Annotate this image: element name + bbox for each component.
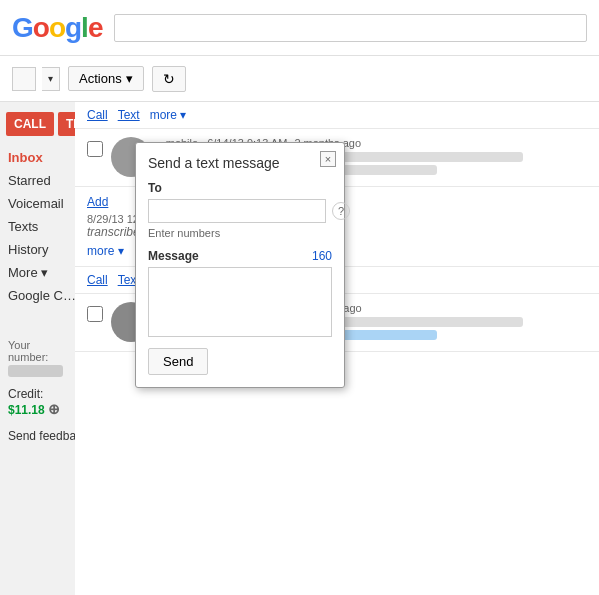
sidebar-item-label: Voicemail (8, 196, 64, 211)
message-label-row: Message 160 (148, 249, 332, 263)
enter-numbers-hint: Enter numbers (148, 227, 332, 239)
call-button[interactable]: CALL (6, 112, 54, 136)
header: Google (0, 0, 599, 56)
sidebar-item-label: History (8, 242, 48, 257)
toolbar-left: ▾ (12, 67, 60, 91)
modal-title: Send a text message (148, 155, 332, 171)
message-textarea[interactable] (148, 267, 332, 337)
actions-arrow-icon: ▾ (126, 71, 133, 86)
toolbar: ▾ Actions ▾ ↻ (0, 56, 599, 102)
send-feedback-link[interactable]: Send feedback (0, 421, 75, 451)
sidebar-item-texts[interactable]: Texts (0, 215, 75, 238)
credit-line: Credit: $11.18 ⊕ (0, 383, 75, 421)
modal-close-button[interactable]: × (320, 151, 336, 167)
select-dropdown-arrow[interactable]: ▾ (42, 67, 60, 91)
to-label: To (148, 181, 332, 195)
refresh-icon: ↻ (163, 71, 175, 87)
message-label: Message (148, 249, 199, 263)
credit-amount: $11.18 (8, 403, 45, 417)
char-count: 160 (312, 249, 332, 263)
sidebar-item-label: Starred (8, 173, 51, 188)
phone-number-value (8, 365, 63, 377)
sidebar-item-label: More ▾ (8, 265, 48, 280)
sidebar-item-starred[interactable]: Starred (0, 169, 75, 192)
help-icon[interactable]: ? (332, 202, 350, 220)
sidebar-item-label: Texts (8, 219, 38, 234)
content-area: Call Text more ▾ - mobile 6/14/13 9:13 A… (75, 102, 599, 595)
add-credit-button[interactable]: ⊕ (48, 401, 60, 417)
refresh-button[interactable]: ↻ (152, 66, 186, 92)
send-button[interactable]: Send (148, 348, 208, 375)
sidebar-item-more[interactable]: More ▾ (0, 261, 75, 284)
sidebar-item-label: Google C… (8, 288, 76, 303)
your-number-label: Your number: (0, 327, 75, 383)
actions-button[interactable]: Actions ▾ (68, 66, 144, 91)
google-logo: Google (12, 12, 102, 44)
sidebar: CALL TEXT Inbox Starred Voicemail Texts … (0, 102, 75, 595)
modal-overlay: × Send a text message To ? Enter numbers… (75, 102, 599, 595)
sidebar-item-inbox[interactable]: Inbox (0, 146, 75, 169)
call-text-buttons: CALL TEXT (0, 112, 75, 146)
search-input[interactable] (114, 14, 587, 42)
sidebar-item-voicemail[interactable]: Voicemail (0, 192, 75, 215)
main-layout: CALL TEXT Inbox Starred Voicemail Texts … (0, 102, 599, 595)
sidebar-item-history[interactable]: History (0, 238, 75, 261)
sidebar-item-google-c[interactable]: Google C… (0, 284, 75, 307)
sidebar-item-label: Inbox (8, 150, 43, 165)
send-text-modal: × Send a text message To ? Enter numbers… (135, 142, 345, 388)
select-all-checkbox[interactable] (12, 67, 36, 91)
to-input[interactable] (148, 199, 326, 223)
to-input-row: ? (148, 199, 332, 223)
actions-label: Actions (79, 71, 122, 86)
